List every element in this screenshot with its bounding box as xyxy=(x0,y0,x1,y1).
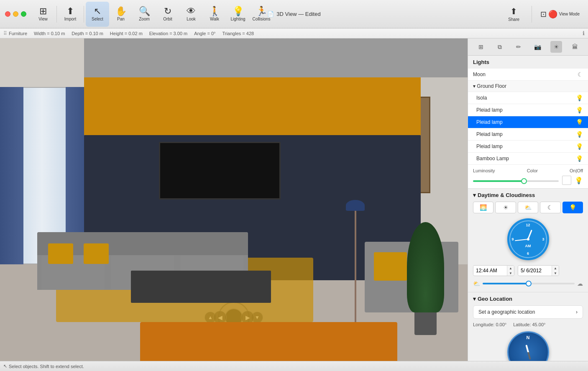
light-item-pleiad-4[interactable]: Pleiad lamp 💡 xyxy=(468,141,588,153)
date-step-up[interactable]: ▲ xyxy=(552,266,559,271)
dt-dawn-btn[interactable]: 🌅 xyxy=(473,202,493,213)
lighting-icon: 💡 xyxy=(233,7,244,16)
date-step-down[interactable]: ▼ xyxy=(552,271,559,276)
cloudiness-slider-wrap: ⛅ ☁ xyxy=(473,280,583,287)
maximize-button[interactable] xyxy=(21,11,26,17)
panel-icon-pen[interactable]: ✏ xyxy=(513,41,524,53)
light-item-moon[interactable]: Moon ☾ xyxy=(468,69,588,81)
select-button[interactable]: ↖ Select xyxy=(86,2,109,27)
light-item-pleiad-3[interactable]: Pleiad lamp 💡 xyxy=(468,128,588,141)
time-input[interactable] xyxy=(473,266,507,275)
lamp-shade xyxy=(346,200,365,211)
light-group-ground-floor[interactable]: ▾ Ground Floor xyxy=(468,81,588,92)
status-height: Height = 0.02 m xyxy=(110,31,143,36)
geo-collapse-icon: ▾ xyxy=(473,296,476,302)
on-off-toggle[interactable]: 💡 xyxy=(575,177,583,184)
clock-face: 12 3 6 9 AM xyxy=(507,218,549,260)
pleiad-1-label: Pleiad lamp xyxy=(476,107,503,113)
geo-chevron-icon: › xyxy=(576,309,578,315)
look-icon: 👁 xyxy=(187,7,196,16)
daytime-header[interactable]: ▾ Daytime & Cloudiness xyxy=(473,192,583,198)
window-title: 📄 3D View — Edited xyxy=(267,11,320,17)
panel-icon-grid[interactable]: ⊞ xyxy=(475,41,487,53)
time-step-up[interactable]: ▲ xyxy=(507,266,514,271)
lumi-slider-wrap xyxy=(473,177,559,183)
view-mode-icon: ⊡ xyxy=(540,10,547,19)
isola-lamp-icon: 💡 xyxy=(576,95,583,101)
panel-icon-camera[interactable]: 📷 xyxy=(532,41,543,53)
viewport[interactable]: ▲ ▲ ◀ ▶ ▼ ▼ xyxy=(0,38,468,361)
zoom-icon: 🔍 xyxy=(139,7,150,16)
geo-location-button[interactable]: Set a geographic location › xyxy=(473,305,583,319)
date-input-wrap: ▲ ▼ xyxy=(518,265,559,276)
clock-inner: 12 3 6 9 AM xyxy=(509,220,547,258)
orbit-button[interactable]: ↻ Orbit xyxy=(156,2,179,27)
panel-icon-layers[interactable]: ⧉ xyxy=(494,41,506,53)
view-mode-button[interactable]: ⊡ 🔴 View Mode xyxy=(537,2,583,27)
compass-face[interactable]: N xyxy=(507,331,549,361)
pan-button[interactable]: ✋ Pan xyxy=(109,2,133,27)
status-depth: Depth = 0.10 m xyxy=(72,31,103,36)
light-item-bamboo[interactable]: Bamboo Lamp 💡 xyxy=(468,153,588,165)
divider2 xyxy=(84,6,84,23)
status-angle: Angle = 0° xyxy=(194,31,215,36)
room-scene xyxy=(0,38,468,361)
pillow2 xyxy=(84,243,109,264)
on-off-label: On|Off xyxy=(570,168,583,173)
walk-button[interactable]: 🚶 Walk xyxy=(203,2,226,27)
panel-icon-building[interactable]: 🏛 xyxy=(569,41,581,53)
geo-header[interactable]: ▾ Geo Location xyxy=(473,296,583,302)
cloud-icon: ☁ xyxy=(577,280,583,287)
view-mode-icon2: 🔴 xyxy=(548,10,557,19)
panel-icon-sun[interactable]: ☀ xyxy=(550,41,562,53)
pan-icon: ✋ xyxy=(115,7,127,16)
dt-lamp-btn[interactable]: 💡 xyxy=(562,202,583,213)
light-item-pleiad-2-selected[interactable]: Pleiad lamp 💡 xyxy=(468,116,588,128)
status-width: Width = 0.10 m xyxy=(34,31,65,36)
dt-night-btn[interactable]: ☾ xyxy=(540,202,560,213)
light-item-isola[interactable]: Isola 💡 xyxy=(468,92,588,104)
import-icon: ⬆ xyxy=(66,7,74,16)
traffic-lights xyxy=(5,11,26,17)
pleiad-2-label: Pleiad lamp xyxy=(476,119,503,125)
select-icon: ↖ xyxy=(94,7,101,16)
status-elevation: Elevation = 3.00 m xyxy=(149,31,187,36)
close-button[interactable] xyxy=(5,11,10,17)
date-stepper: ▲ ▼ xyxy=(552,266,559,276)
look-button[interactable]: 👁 Look xyxy=(179,2,203,27)
lamp-icon: 💡 xyxy=(569,204,576,211)
zoom-button[interactable]: 🔍 Zoom xyxy=(133,2,156,27)
curtain-left xyxy=(0,87,23,264)
sunny-icon: ☀ xyxy=(503,204,509,211)
compass-north-label: N xyxy=(527,335,530,340)
time-step-down[interactable]: ▼ xyxy=(507,271,514,276)
view-button[interactable]: ⊞ View xyxy=(31,2,55,27)
toolbar-left: ⊞ View ⬆ Import ↖ Select ✋ Pan 🔍 Zoom ↻ … xyxy=(30,0,275,28)
cursor-icon: ↖ xyxy=(3,363,7,369)
share-button[interactable]: ⬆ Share xyxy=(501,2,527,27)
cloudiness-slider[interactable] xyxy=(483,283,575,284)
import-button[interactable]: ⬆ Import xyxy=(59,2,82,27)
date-input[interactable] xyxy=(518,266,552,275)
clock-center-dot xyxy=(527,238,529,241)
dt-cloudy-btn[interactable]: ⛅ xyxy=(518,202,538,213)
luminosity-slider[interactable] xyxy=(473,180,559,182)
orbit-icon: ↻ xyxy=(164,7,171,16)
geo-placeholder: Set a geographic location xyxy=(478,309,535,315)
divider xyxy=(56,6,57,23)
longitude-label: Longitude: 0.00° xyxy=(473,322,506,327)
clock-am-label: AM xyxy=(525,244,531,248)
status-triangles: Triangles = 428 xyxy=(222,31,254,36)
pleiad-3-icon: 💡 xyxy=(576,131,583,138)
minimize-button[interactable] xyxy=(13,11,18,17)
dawn-icon: 🌅 xyxy=(480,204,487,211)
accent-wall xyxy=(84,77,421,136)
main-area: ▲ ▲ ◀ ▶ ▼ ▼ ⊞ ⧉ ✏ 📷 ☀ 🏛 xyxy=(0,38,588,361)
pleiad-4-label: Pleiad lamp xyxy=(476,143,503,149)
lighting-button[interactable]: 💡 Lighting xyxy=(226,2,250,27)
light-item-pleiad-1[interactable]: Pleiad lamp 💡 xyxy=(468,104,588,116)
color-swatch[interactable] xyxy=(562,176,571,185)
dt-sunny-btn[interactable]: ☀ xyxy=(495,202,516,213)
plant-pot xyxy=(414,312,437,335)
walk-icon: 🚶 xyxy=(209,7,220,16)
